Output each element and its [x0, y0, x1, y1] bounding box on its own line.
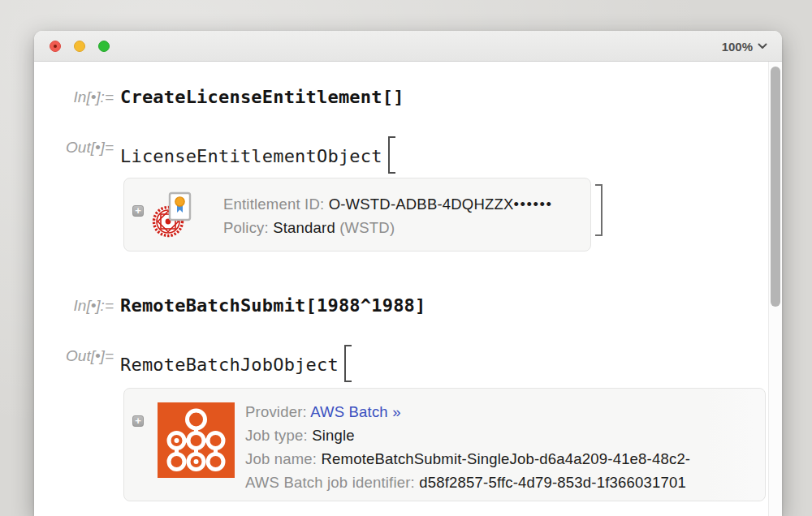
provider-line: Provider: AWS Batch »	[245, 400, 690, 424]
input-code-2[interactable]: RemoteBatchSubmit[1988^1988]	[120, 295, 425, 317]
magnification-value: 100%	[722, 40, 753, 54]
notebook-content: In[•]:= CreateLicenseEntitlement[] Out[•…	[34, 62, 782, 516]
out-label-1: Out[•]=	[34, 136, 114, 159]
title-bar[interactable]: 100%	[34, 31, 782, 62]
output-head-1: LicenseEntitlementObject	[120, 146, 382, 166]
entitlement-id-value: O-WSTD-ADBB-4DQHZZX	[329, 196, 514, 213]
license-certificate-icon	[151, 191, 192, 241]
job-name-value: RemoteBatchSubmit-SingleJob-d6a4a209-41e…	[322, 450, 691, 467]
remote-batch-job-summary-box[interactable]: +	[123, 388, 766, 501]
job-type-value: Single	[312, 427, 355, 444]
entitlement-id-mask: ••••••	[514, 196, 553, 213]
output-code-2: RemoteBatchJobObject	[120, 345, 352, 382]
job-type-label: Job type:	[245, 427, 312, 444]
batch-job-fields: Provider: AWS Batch » Job type: Single J…	[245, 400, 690, 494]
expand-toggle-button[interactable]: +	[132, 205, 144, 217]
open-bracket-icon	[388, 136, 395, 174]
close-bracket-icon	[595, 184, 603, 236]
out-label-2: Out[•]=	[34, 345, 114, 368]
job-name-label: Job name:	[245, 450, 322, 467]
output-code-1: LicenseEntitlementObject	[120, 136, 395, 174]
job-type-line: Job type: Single	[245, 424, 690, 447]
entitlement-id-line: Entitlement ID: O-WSTD-ADBB-4DQHZZX•••••…	[223, 192, 552, 216]
plus-icon: +	[135, 205, 141, 216]
expand-toggle-button[interactable]: +	[132, 415, 144, 427]
input-code-1[interactable]: CreateLicenseEntitlement[]	[120, 86, 404, 109]
scrollbar-thumb[interactable]	[771, 67, 780, 307]
clipped-text-fade	[706, 389, 765, 501]
job-name-line: Job name: RemoteBatchSubmit-SingleJob-d6…	[245, 447, 690, 471]
traffic-lights	[50, 41, 110, 52]
notebook-window: 100% In[•]:= CreateLicenseEntitlement[] …	[34, 31, 782, 516]
chevron-down-icon	[758, 43, 767, 49]
minimize-button[interactable]	[74, 41, 85, 52]
policy-suffix: (WSTD)	[335, 219, 395, 236]
job-identifier-value: d58f2857-5ffc-4d79-853d-1f366031701	[419, 474, 686, 491]
scrollbar-track[interactable]	[768, 62, 782, 516]
entitlement-id-label: Entitlement ID:	[223, 196, 329, 213]
license-entitlement-summary-box[interactable]: + Entitlement ID: O-WSTD-ADBB-4DQHZZX•••…	[123, 178, 591, 252]
entitlement-fields: Entitlement ID: O-WSTD-ADBB-4DQHZZX•••••…	[223, 192, 552, 239]
policy-label: Policy:	[223, 219, 273, 236]
zoom-window-button[interactable]	[98, 41, 110, 52]
provider-link[interactable]: AWS Batch »	[310, 403, 401, 420]
magnification-dropdown[interactable]: 100%	[722, 31, 767, 62]
open-bracket-icon	[344, 345, 352, 382]
close-button[interactable]	[50, 41, 61, 52]
aws-batch-icon	[158, 402, 235, 478]
provider-label: Provider:	[245, 403, 310, 420]
in-label-2: In[•]:=	[34, 295, 114, 317]
job-identifier-label: AWS Batch job identifier:	[245, 474, 419, 491]
policy-line: Policy: Standard (WSTD)	[223, 216, 552, 239]
policy-value: Standard	[273, 219, 335, 236]
job-identifier-line: AWS Batch job identifier: d58f2857-5ffc-…	[245, 471, 690, 494]
plus-icon: +	[135, 415, 141, 426]
in-label-1: In[•]:=	[34, 86, 114, 109]
output-head-2: RemoteBatchJobObject	[120, 355, 339, 375]
